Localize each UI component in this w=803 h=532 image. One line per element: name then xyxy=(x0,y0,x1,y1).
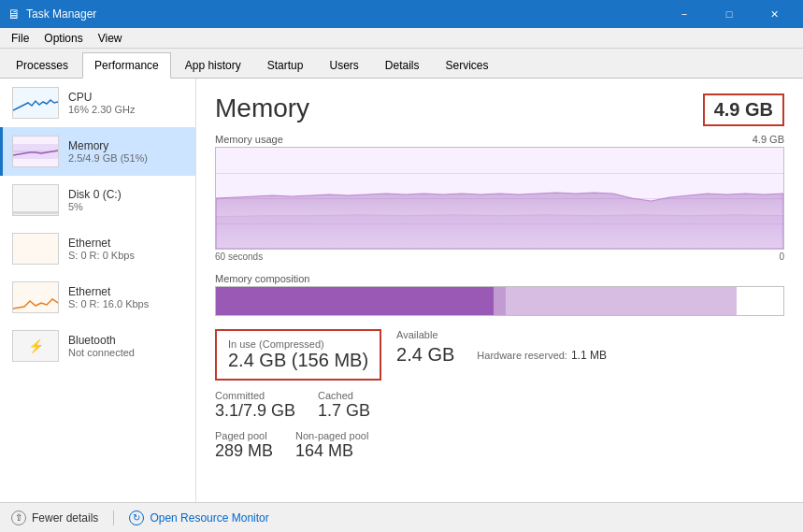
hardware-reserved-stat: Hardware reserved: 1.1 MB xyxy=(477,329,607,381)
comp-free xyxy=(737,287,783,315)
statusbar-divider xyxy=(113,510,114,525)
disk-stat: 5% xyxy=(68,201,186,212)
memory-label: Memory xyxy=(68,139,186,152)
minimize-button[interactable]: − xyxy=(663,0,706,28)
total-memory-value: 4.9 GB xyxy=(703,93,784,126)
ethernet2-label: Ethernet xyxy=(68,285,186,298)
app-title: Task Manager xyxy=(26,7,663,21)
inuse-label: In use (Compressed) xyxy=(228,338,368,350)
bluetooth-thumbnail: ⚡ xyxy=(12,330,59,362)
tab-details[interactable]: Details xyxy=(373,52,432,78)
composition-bar xyxy=(215,286,784,316)
tab-users[interactable]: Users xyxy=(317,52,370,78)
menu-options[interactable]: Options xyxy=(36,28,90,49)
tab-processes[interactable]: Processes xyxy=(4,52,80,78)
composition-label: Memory composition xyxy=(215,273,784,284)
svg-rect-4 xyxy=(13,185,58,215)
memory-usage-chart xyxy=(215,147,784,250)
fewer-details-button[interactable]: ⇧ Fewer details xyxy=(11,510,98,525)
cached-label: Cached xyxy=(318,390,370,401)
hardware-reserved-value: 1.1 MB xyxy=(571,349,607,362)
memory-thumbnail xyxy=(12,136,59,167)
content-panel: Memory 4.9 GB Memory usage 4.9 GB xyxy=(196,79,803,502)
menu-view[interactable]: View xyxy=(91,28,130,49)
sidebar-item-memory[interactable]: Memory 2.5/4.9 GB (51%) xyxy=(0,127,195,176)
sidebar-item-bluetooth[interactable]: ⚡ Bluetooth Not connected xyxy=(0,322,195,370)
close-button[interactable]: ✕ xyxy=(753,0,796,28)
tab-startup[interactable]: Startup xyxy=(255,52,316,78)
tab-app-history[interactable]: App history xyxy=(173,52,253,78)
sidebar-item-ethernet2[interactable]: Ethernet S: 0 R: 16.0 Kbps xyxy=(0,273,195,322)
cpu-stat: 16% 2.30 GHz xyxy=(68,104,186,115)
chart-time-start: 60 seconds xyxy=(215,252,263,262)
chart-label-text: Memory usage xyxy=(215,134,283,145)
memory-stat: 2.5/4.9 GB (51%) xyxy=(68,152,186,164)
sidebar: CPU 16% 2.30 GHz Memory 2.5/4.9 GB (51%) xyxy=(0,79,196,502)
ethernet2-stat: S: 0 R: 16.0 Kbps xyxy=(68,298,186,309)
hardware-reserved-label: Hardware reserved: xyxy=(477,350,567,361)
menu-file[interactable]: File xyxy=(4,28,36,49)
available-stat: Available 2.4 GB xyxy=(396,329,454,381)
memory-usage-chart-section: Memory usage 4.9 GB xyxy=(215,134,784,262)
disk-label: Disk 0 (C:) xyxy=(68,188,186,201)
inuse-stat-box: In use (Compressed) 2.4 GB (156 MB) xyxy=(215,329,381,381)
window-controls: − □ ✕ xyxy=(663,0,796,28)
chart-max-value: 4.9 GB xyxy=(753,134,784,145)
paged-pool-label: Paged pool xyxy=(215,430,273,441)
svg-text:⚡: ⚡ xyxy=(28,338,45,354)
open-resource-monitor-label: Open Resource Monitor xyxy=(150,511,268,525)
chart-time-end: 0 xyxy=(779,252,784,262)
cached-stat: Cached 1.7 GB xyxy=(318,390,370,421)
non-paged-pool-value: 164 MB xyxy=(295,441,368,461)
content-header: Memory 4.9 GB xyxy=(215,93,784,126)
sidebar-item-ethernet1[interactable]: Ethernet S: 0 R: 0 Kbps xyxy=(0,224,195,273)
cached-value: 1.7 GB xyxy=(318,401,370,421)
menubar: File Options View xyxy=(0,28,803,49)
tabbar: Processes Performance App history Startu… xyxy=(0,49,803,79)
disk-thumbnail xyxy=(12,184,59,216)
bluetooth-label: Bluetooth xyxy=(68,334,186,347)
non-paged-pool-stat: Non-paged pool 164 MB xyxy=(295,430,368,461)
stats-row2: Committed 3.1/7.9 GB Cached 1.7 GB xyxy=(215,390,784,421)
committed-stat: Committed 3.1/7.9 GB xyxy=(215,390,295,421)
paged-pool-value: 289 MB xyxy=(215,441,273,461)
bluetooth-stat: Not connected xyxy=(68,347,186,358)
cpu-thumbnail xyxy=(12,87,59,119)
non-paged-pool-label: Non-paged pool xyxy=(295,430,368,441)
tab-services[interactable]: Services xyxy=(434,52,501,78)
app-icon: 🖥 xyxy=(7,7,21,22)
svg-rect-6 xyxy=(13,234,58,264)
ethernet2-thumbnail xyxy=(12,281,59,313)
svg-rect-0 xyxy=(13,88,58,118)
committed-value: 3.1/7.9 GB xyxy=(215,401,295,421)
resource-monitor-icon: ↻ xyxy=(129,510,144,525)
statusbar: ⇧ Fewer details ↻ Open Resource Monitor xyxy=(0,502,803,532)
chevron-up-icon: ⇧ xyxy=(11,510,26,525)
inuse-value: 2.4 GB (156 MB) xyxy=(228,350,368,371)
paged-pool-stat: Paged pool 289 MB xyxy=(215,430,273,461)
memory-composition-section: Memory composition xyxy=(215,273,784,316)
comp-inuse xyxy=(216,287,494,315)
comp-modified xyxy=(494,287,505,315)
committed-label: Committed xyxy=(215,390,295,401)
ethernet1-stat: S: 0 R: 0 Kbps xyxy=(68,250,186,261)
svg-rect-5 xyxy=(13,211,58,214)
ethernet1-label: Ethernet xyxy=(68,237,186,250)
available-value: 2.4 GB xyxy=(396,344,454,366)
stats-section: In use (Compressed) 2.4 GB (156 MB) Avai… xyxy=(215,329,784,381)
main-panel: CPU 16% 2.30 GHz Memory 2.5/4.9 GB (51%) xyxy=(0,79,803,502)
comp-standby xyxy=(506,287,738,315)
open-resource-monitor-button[interactable]: ↻ Open Resource Monitor xyxy=(129,510,268,525)
ethernet1-thumbnail xyxy=(12,233,59,265)
sidebar-item-disk[interactable]: Disk 0 (C:) 5% xyxy=(0,176,195,224)
maximize-button[interactable]: □ xyxy=(708,0,751,28)
stats-row3: Paged pool 289 MB Non-paged pool 164 MB xyxy=(215,430,784,461)
cpu-label: CPU xyxy=(68,91,186,104)
available-label: Available xyxy=(396,329,454,340)
sidebar-item-cpu[interactable]: CPU 16% 2.30 GHz xyxy=(0,79,195,127)
tab-performance[interactable]: Performance xyxy=(82,52,171,79)
titlebar: 🖥 Task Manager − □ ✕ xyxy=(0,0,803,28)
content-title: Memory xyxy=(215,93,309,123)
fewer-details-label: Fewer details xyxy=(32,511,98,525)
